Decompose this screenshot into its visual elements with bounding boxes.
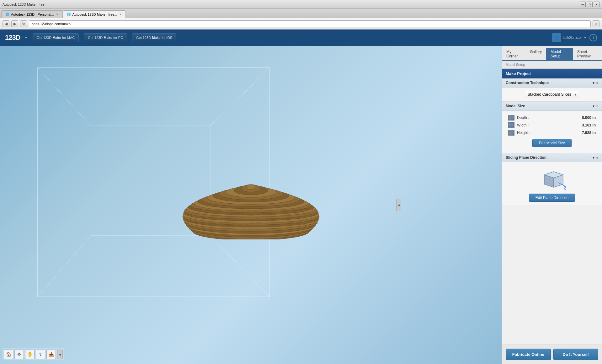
axis-icon: X bbox=[538, 165, 566, 190]
panel-footer: Fabricate Online Do It Yourself bbox=[502, 345, 602, 364]
tab-bar: 🌐 Autodesk 123D - Personal... ✕ 🌐 Autode… bbox=[0, 9, 602, 18]
model-size-header[interactable]: Model Size ▼ ≡ bbox=[502, 102, 602, 111]
svg-line-5 bbox=[210, 236, 270, 297]
bookmark-button[interactable]: ☆ bbox=[593, 20, 599, 27]
toolbar-collapse-button[interactable]: ◀ bbox=[57, 350, 63, 359]
logo: 123D° ▼ bbox=[5, 34, 28, 42]
make-for-mac-button[interactable]: Get 123D Make for MAC bbox=[33, 33, 79, 42]
width-icon bbox=[508, 122, 514, 128]
tab-my-corner[interactable]: My Corner bbox=[502, 48, 525, 60]
collapse-icon[interactable]: ▼ bbox=[592, 156, 595, 159]
close-button[interactable]: ✕ bbox=[594, 2, 599, 7]
make-project-title: Make Project bbox=[506, 71, 531, 76]
make-project-header: Make Project bbox=[502, 69, 602, 78]
tab-1-label: Autodesk 123D - Personal... bbox=[11, 13, 54, 16]
model-size-title: Model Size bbox=[506, 104, 525, 108]
app-header: 123D° ▼ Get 123D Make for MAC Get 123D M… bbox=[0, 29, 602, 46]
collapse-icon[interactable]: ▼ bbox=[592, 104, 595, 108]
user-dropdown-arrow[interactable]: ▼ bbox=[583, 35, 587, 40]
depth-label: Depth : bbox=[517, 115, 579, 120]
minimize-button[interactable]: — bbox=[580, 2, 586, 7]
slicing-plane-title: Slicing Plane Direction bbox=[506, 155, 546, 160]
slicing-plane-controls: ▼ ≡ bbox=[592, 156, 598, 159]
tab-model-setup[interactable]: Model Setup bbox=[546, 48, 573, 60]
viewport[interactable]: 🏠 ✥ ✋ ⇕ 📤 ◀ ◀ bbox=[0, 46, 502, 364]
make-for-pc-button[interactable]: Get 123D Make for PC bbox=[84, 33, 127, 42]
window-controls: — □ ✕ bbox=[580, 2, 599, 7]
info-button[interactable]: i bbox=[589, 34, 597, 41]
right-panel: My Corner Gallery Model Setup Sheet Prev… bbox=[502, 46, 602, 364]
svg-rect-36 bbox=[510, 131, 514, 133]
user-area: 👤 talk2bruce ▼ i bbox=[552, 33, 597, 42]
browser-tab-2[interactable]: 🌐 Autodesk 123D Make - free... ✕ bbox=[63, 10, 126, 18]
back-button[interactable]: ◀ bbox=[3, 20, 9, 27]
make-for-ios-button[interactable]: Get 123D Make for iOS bbox=[132, 33, 176, 42]
svg-rect-34 bbox=[510, 123, 514, 126]
viewport-toolbar: 🏠 ✥ ✋ ⇕ 📤 ◀ bbox=[3, 348, 64, 360]
menu-icon[interactable]: ≡ bbox=[596, 104, 598, 108]
slicing-plane-section: Slicing Plane Direction ▼ ≡ bbox=[502, 153, 602, 205]
zoom-tool-button[interactable]: ⇕ bbox=[36, 350, 45, 359]
browser-tab-1[interactable]: 🌐 Autodesk 123D - Personal... ✕ bbox=[1, 10, 63, 18]
construction-technique-header[interactable]: Construction Technique ▼ ≡ bbox=[502, 78, 602, 88]
height-icon bbox=[508, 130, 514, 136]
fabricate-online-button[interactable]: Fabricate Online bbox=[506, 349, 551, 360]
address-bar[interactable] bbox=[29, 20, 591, 27]
forward-button[interactable]: ▶ bbox=[11, 20, 18, 27]
3d-model bbox=[179, 170, 323, 239]
browser-titlebar: Autodesk 123D Make - free... — □ ✕ bbox=[0, 0, 602, 9]
slicing-plane-header[interactable]: Slicing Plane Direction ▼ ≡ bbox=[502, 153, 602, 162]
model-size-content: Depth : 8.000 in Width : 3.181 in bbox=[502, 111, 602, 153]
tab-gallery[interactable]: Gallery bbox=[525, 48, 546, 60]
orbit-tool-button[interactable]: ✥ bbox=[14, 350, 24, 359]
height-value: 7.988 in bbox=[582, 131, 596, 135]
edit-plane-direction-button[interactable]: Edit Plane Direction bbox=[529, 194, 575, 202]
width-label: Width : bbox=[517, 123, 579, 127]
menu-icon[interactable]: ≡ bbox=[596, 156, 598, 159]
construction-technique-content: Stacked Cardboard Slices Interlocked Sli… bbox=[502, 88, 602, 101]
pan-tool-button[interactable]: ✋ bbox=[25, 350, 35, 359]
title-text: Autodesk 123D Make - free... bbox=[3, 3, 580, 6]
depth-icon bbox=[508, 115, 514, 120]
tab-sheet-preview[interactable]: Sheet Preview bbox=[573, 48, 602, 60]
svg-line-4 bbox=[38, 236, 91, 297]
maximize-button[interactable]: □ bbox=[587, 2, 593, 7]
svg-line-3 bbox=[210, 68, 270, 126]
username: talk2bruce bbox=[563, 35, 581, 40]
depth-row: Depth : 8.000 in bbox=[506, 114, 598, 121]
svg-rect-32 bbox=[510, 116, 514, 118]
construction-technique-section: Construction Technique ▼ ≡ Stacked Cardb… bbox=[502, 78, 602, 102]
tab-2-label: Autodesk 123D Make - free... bbox=[72, 13, 117, 16]
make-for-pc-label: Get 123D Make for PC bbox=[88, 36, 123, 40]
svg-line-2 bbox=[38, 68, 91, 126]
height-label: Height : bbox=[517, 131, 579, 135]
make-for-ios-label: Get 123D Make for iOS bbox=[136, 36, 172, 40]
tab-2-close[interactable]: ✕ bbox=[119, 13, 122, 16]
tab-1-close[interactable]: ✕ bbox=[56, 13, 59, 16]
axis-cube-svg: X bbox=[538, 165, 566, 190]
home-tool-button[interactable]: 🏠 bbox=[4, 350, 13, 359]
menu-icon[interactable]: ≡ bbox=[596, 81, 598, 85]
tab-1-favicon: 🌐 bbox=[5, 13, 9, 16]
svg-point-30 bbox=[247, 185, 255, 190]
share-tool-button[interactable]: 📤 bbox=[46, 350, 56, 359]
height-row: Height : 7.988 in bbox=[506, 129, 598, 136]
refresh-button[interactable]: ↻ bbox=[20, 20, 27, 27]
collapse-icon[interactable]: ▼ bbox=[592, 81, 595, 85]
panel-tabs: My Corner Gallery Model Setup Sheet Prev… bbox=[502, 46, 602, 61]
depth-value: 8.000 in bbox=[582, 115, 596, 120]
edit-model-size-button[interactable]: Edit Model Size bbox=[532, 139, 572, 147]
technique-select[interactable]: Stacked Cardboard Slices Interlocked Sli… bbox=[525, 91, 579, 98]
technique-select-wrapper: Stacked Cardboard Slices Interlocked Sli… bbox=[525, 91, 579, 98]
browser-toolbar: ◀ ▶ ↻ ☆ bbox=[0, 18, 602, 29]
slicing-plane-content: X Edit Plane Direction bbox=[502, 162, 602, 205]
panel-breadcrumb: Model Setup bbox=[502, 61, 602, 69]
logo-dropdown-arrow[interactable]: ▼ bbox=[24, 35, 28, 40]
main-layout: 🏠 ✥ ✋ ⇕ 📤 ◀ ◀ My Corner Gallery Model Se… bbox=[0, 46, 602, 364]
construction-technique-controls: ▼ ≡ bbox=[592, 81, 598, 85]
panel-collapse-handle[interactable]: ◀ bbox=[396, 199, 401, 211]
model-size-controls: ▼ ≡ bbox=[592, 104, 598, 108]
model-size-section: Model Size ▼ ≡ Depth : bbox=[502, 102, 602, 153]
user-avatar: 👤 bbox=[552, 33, 561, 42]
do-it-yourself-button[interactable]: Do It Yourself bbox=[553, 349, 599, 360]
